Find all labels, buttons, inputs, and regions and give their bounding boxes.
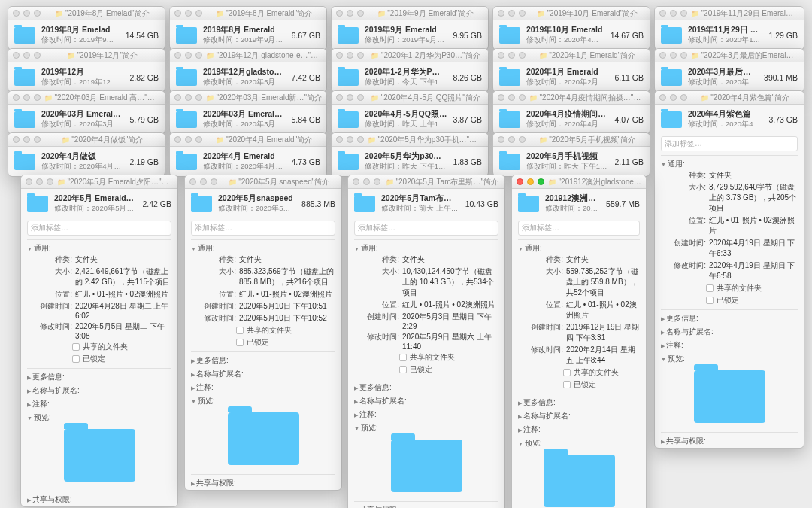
minimize-icon[interactable] xyxy=(185,52,192,59)
zoom-icon[interactable] xyxy=(357,52,364,59)
section-name-ext[interactable]: 名称与扩展名: xyxy=(354,396,498,406)
section-name-ext[interactable]: 名称与扩展名: xyxy=(191,369,335,379)
zoom-icon[interactable] xyxy=(680,52,687,59)
titlebar[interactable]: "2020年4月疫情期间拍摄…"简介 xyxy=(493,91,650,105)
close-icon[interactable] xyxy=(336,10,343,17)
info-window[interactable]: "2019年8月 Emelad"简介 2019年8月 Emelad 修改时间：2… xyxy=(8,6,165,50)
zoom-icon[interactable] xyxy=(47,178,53,185)
titlebar[interactable]: "2019年12月"简介 xyxy=(8,49,165,62)
section-general[interactable]: 通用: xyxy=(661,159,798,169)
close-icon[interactable] xyxy=(659,10,666,17)
zoom-icon[interactable] xyxy=(374,178,380,185)
minimize-icon[interactable] xyxy=(508,10,515,17)
close-icon[interactable] xyxy=(189,178,196,185)
titlebar[interactable]: "2020年5月 Tam布里斯…"简介 xyxy=(348,175,504,189)
zoom-icon[interactable] xyxy=(195,52,202,59)
zoom-icon[interactable] xyxy=(34,94,41,101)
titlebar[interactable]: "2020年4月-5月 QQ照片"简介 xyxy=(332,91,488,105)
info-window[interactable]: "2020年4月-5月 QQ照片"简介 2020年4月-5月QQ照片 修改时间：… xyxy=(331,90,489,135)
info-window[interactable]: "2020年4月 Emerald"简介 2020年4月 Emerald 修改时间… xyxy=(169,132,327,177)
close-icon[interactable] xyxy=(353,178,359,185)
section-general[interactable]: 通用: xyxy=(354,243,498,254)
minimize-icon[interactable] xyxy=(347,136,353,143)
minimize-icon[interactable] xyxy=(347,10,353,17)
close-icon[interactable] xyxy=(659,94,666,101)
minimize-icon[interactable] xyxy=(23,94,30,101)
zoom-icon[interactable] xyxy=(195,136,202,143)
section-comments[interactable]: 注释: xyxy=(27,399,171,409)
section-name-ext[interactable]: 名称与扩展名: xyxy=(27,385,171,396)
info-window[interactable]: "2020年5月 Tam布里斯…"简介 2020年5月Tam布里… 修改时间：前… xyxy=(347,175,505,508)
section-more-info[interactable]: 更多信息: xyxy=(191,355,335,366)
close-icon[interactable] xyxy=(498,52,504,59)
titlebar[interactable]: "2019年10月 Emerald"简介 xyxy=(493,7,650,20)
minimize-icon[interactable] xyxy=(185,10,192,17)
info-window[interactable]: "2019年9月 Emerald"简介 2019年9月 Emerald 修改时间… xyxy=(331,6,489,50)
minimize-icon[interactable] xyxy=(670,52,677,59)
locked-checkbox[interactable] xyxy=(236,339,244,346)
titlebar[interactable]: "2019年12月 gladstone-e…"简介 xyxy=(170,49,326,62)
titlebar[interactable]: "2020年03月 Emerald 高…"简介 xyxy=(8,91,165,105)
close-icon[interactable] xyxy=(498,94,504,101)
minimize-icon[interactable] xyxy=(23,10,30,17)
zoom-icon[interactable] xyxy=(195,94,202,101)
info-window[interactable]: "2020年03月 Emerald新…"简介 2020年03月 Emerald…… xyxy=(169,90,327,135)
titlebar[interactable]: "2019年8月 Emerald"简介 xyxy=(170,7,326,20)
close-icon[interactable] xyxy=(13,10,20,17)
info-window[interactable]: "2020年1-2月华为P30…"简介 2020年1-2月华为P… 修改时间：今… xyxy=(331,48,489,93)
info-window[interactable]: "2020年5月 snaspeed"简介 2020年5月snaspeed 修改时… xyxy=(184,175,342,491)
close-icon[interactable] xyxy=(174,52,181,59)
minimize-icon[interactable] xyxy=(347,94,353,101)
info-window[interactable]: "2019年12月"简介 2019年12月 修改时间：2019年12月1日 下午… xyxy=(8,48,165,93)
info-window[interactable]: "2019年12月 gladstone-e…"简介 2019年12月gladst… xyxy=(169,48,327,93)
minimize-icon[interactable] xyxy=(200,178,207,185)
zoom-icon[interactable] xyxy=(680,94,687,101)
section-preview[interactable]: 预览: xyxy=(354,423,498,433)
info-window[interactable]: "2020年4月疫情期间拍摄…"简介 2020年4月疫情期间拍摄 修改时间：20… xyxy=(492,90,650,135)
section-preview[interactable]: 预览: xyxy=(661,354,798,364)
section-sharing[interactable]: 共享与权限: xyxy=(354,505,498,508)
info-window[interactable]: "2019年8月 Emerald"简介 2019年8月 Emerald 修改时间… xyxy=(169,6,327,50)
info-window[interactable]: "2019年11月29日 Emeral…"简介 2019年11月29日 Emer… xyxy=(654,6,804,50)
close-icon[interactable] xyxy=(174,136,181,143)
zoom-icon[interactable] xyxy=(34,10,41,17)
minimize-icon[interactable] xyxy=(36,178,43,185)
titlebar[interactable]: "2020年5月手机视频"简介 xyxy=(493,133,650,147)
zoom-icon[interactable] xyxy=(519,10,526,17)
locked-checkbox[interactable] xyxy=(563,381,571,388)
locked-checkbox[interactable] xyxy=(706,297,714,304)
section-sharing[interactable]: 共享与权限: xyxy=(191,478,335,488)
zoom-icon[interactable] xyxy=(34,52,41,59)
minimize-icon[interactable] xyxy=(347,52,353,59)
info-window[interactable]: "2020年1月 Emerald"简介 2020年1月 Emerald 修改时间… xyxy=(492,48,650,93)
close-icon[interactable] xyxy=(336,136,343,143)
shared-checkbox[interactable] xyxy=(236,327,244,334)
titlebar[interactable]: "2020年5月华为p30手机…"简介 xyxy=(332,133,488,147)
section-sharing[interactable]: 共享与权限: xyxy=(27,494,171,505)
zoom-icon[interactable] xyxy=(680,10,687,17)
titlebar[interactable]: "2019年9月 Emerald"简介 xyxy=(332,7,488,20)
zoom-icon[interactable] xyxy=(211,178,217,185)
info-window[interactable]: "2020年4月做饭"简介 2020年4月做饭 修改时间：2020年4月9日 下… xyxy=(8,132,165,177)
titlebar[interactable]: "2020年4月做饭"简介 xyxy=(8,133,165,147)
close-icon[interactable] xyxy=(13,94,20,101)
minimize-icon[interactable] xyxy=(363,178,370,185)
section-comments[interactable]: 注释: xyxy=(191,382,335,393)
minimize-icon[interactable] xyxy=(527,178,534,185)
section-more-info[interactable]: 更多信息: xyxy=(518,397,640,408)
locked-checkbox[interactable] xyxy=(72,355,80,363)
section-name-ext[interactable]: 名称与扩展名: xyxy=(518,411,640,421)
section-name-ext[interactable]: 名称与扩展名: xyxy=(661,327,798,337)
minimize-icon[interactable] xyxy=(23,52,30,59)
info-window[interactable]: "2020年03月 Emerald 高…"简介 2020年03月 Emerald… xyxy=(8,90,165,135)
zoom-icon[interactable] xyxy=(519,52,526,59)
titlebar[interactable]: "2020年1月 Emerald"简介 xyxy=(493,49,650,62)
info-window[interactable]: "2020年5月手机视频"简介 2020年5月手机视频 修改时间：昨天 下午11… xyxy=(492,132,650,177)
info-window[interactable]: "2020年5月 Emerald夕阳…"简介 2020年5月 Emerald… … xyxy=(20,175,178,507)
titlebar[interactable]: "2020年5月 snaspeed"简介 xyxy=(185,175,341,189)
zoom-icon[interactable] xyxy=(357,136,364,143)
minimize-icon[interactable] xyxy=(508,136,515,143)
titlebar[interactable]: "2020年03月 Emerald新…"简介 xyxy=(170,91,326,105)
minimize-icon[interactable] xyxy=(508,94,515,101)
section-comments[interactable]: 注释: xyxy=(661,340,798,351)
